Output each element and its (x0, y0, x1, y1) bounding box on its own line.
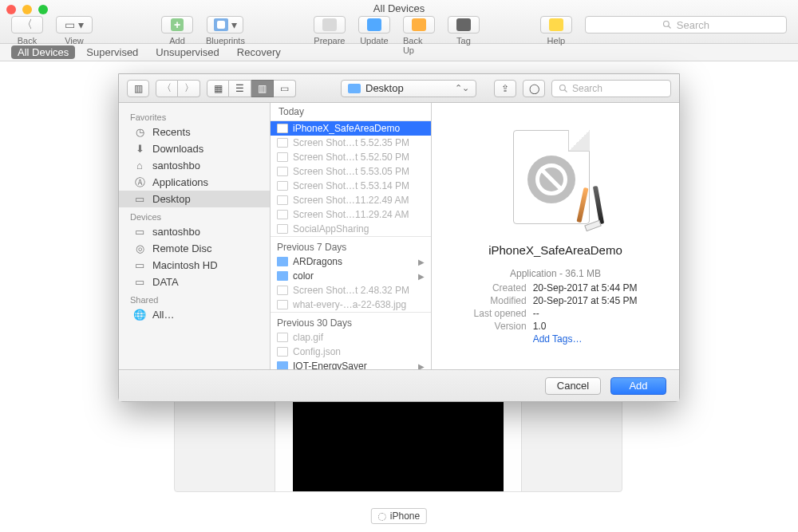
img-icon (277, 138, 288, 148)
toggle-sidebar-button[interactable]: ▥ (127, 80, 149, 97)
devices-header: Devices (119, 207, 270, 223)
view-columns-button[interactable]: ▥ (251, 80, 274, 97)
blueprints-button[interactable]: ▾ (207, 16, 243, 33)
nav-forward-button[interactable]: 〉 (178, 80, 200, 97)
view-gallery-button[interactable]: ▭ (274, 80, 296, 97)
sheet-sidebar: Favorites ◷Recents ⬇Downloads ⌂santoshbo… (119, 103, 271, 369)
blueprints-label: Blueprints (206, 36, 245, 45)
view-icons-button[interactable]: ▦ (207, 80, 229, 97)
add-button[interactable]: + (161, 16, 193, 33)
preview-pane: iPhoneX_SafeAreaDemo Application - 36.1 … (432, 103, 679, 369)
hdd-icon: ▭ (133, 260, 146, 271)
sidebar-item-recents[interactable]: ◷Recents (119, 124, 270, 140)
file-row: Screen Shot…t 5.53.14 PM (271, 179, 431, 193)
prepare-label: Prepare (314, 36, 345, 45)
chevron-right-icon: ▶ (418, 258, 425, 266)
window-title: All Devices (0, 2, 798, 14)
share-button[interactable]: ⇪ (494, 80, 516, 97)
file-row: SocialAppSharing (271, 222, 431, 236)
sidebar-item-applications[interactable]: ⒶApplications (119, 174, 270, 191)
prepare-button[interactable] (314, 16, 346, 33)
back-label: Back (18, 36, 37, 45)
opened-value: -- (533, 308, 638, 319)
file-row[interactable]: IOT-EnergySaver▶ (271, 359, 431, 369)
location-name: Desktop (365, 82, 404, 94)
img-icon (277, 152, 288, 162)
file-row: Screen Shot…11.29.24 AM (271, 207, 431, 222)
doc-icon (277, 347, 288, 357)
home-icon: ⌂ (133, 160, 146, 171)
device-name-badge[interactable]: iPhone (371, 508, 427, 524)
file-row: Screen Shot…11.22.49 AM (271, 193, 431, 207)
file-row: Screen Shot…t 5.53.05 PM (271, 164, 431, 179)
help-button[interactable] (540, 16, 572, 33)
clock-icon: ◷ (133, 127, 146, 138)
chevron-right-icon: ▶ (418, 272, 425, 281)
sidebar-shared-all[interactable]: 🌐All… (119, 306, 270, 323)
nav-back-button[interactable]: 〈 (156, 80, 178, 97)
sidebar-device-data[interactable]: ▭DATA (119, 274, 270, 290)
view-button[interactable]: ▭ ▾ (56, 16, 93, 33)
column-group-header: Previous 30 Days (271, 312, 431, 330)
laptop-icon: ▭ (133, 227, 146, 238)
img-icon (277, 210, 288, 219)
folder-icon (277, 361, 288, 369)
img-icon (277, 300, 288, 309)
img-icon (277, 333, 288, 342)
file-row: Config.json (271, 345, 431, 359)
file-name: SocialAppSharing (293, 223, 369, 234)
preview-icon (504, 127, 607, 231)
folder-icon (277, 271, 288, 281)
file-row[interactable]: color▶ (271, 269, 431, 283)
file-name: color (293, 270, 314, 282)
sidebar-item-desktop[interactable]: ▭Desktop (119, 191, 270, 207)
location-popup[interactable]: Desktop ⌃⌄ (341, 80, 476, 97)
update-label: Update (360, 36, 388, 45)
back-button[interactable]: 〈 (11, 16, 43, 33)
preview-typesize: Application - 36.1 MB (474, 268, 638, 279)
sheet-search-placeholder: Search (572, 83, 602, 94)
img-icon (277, 195, 288, 205)
add-button[interactable]: Add (610, 377, 666, 395)
tag-button[interactable] (448, 16, 480, 33)
backup-button[interactable] (403, 16, 435, 33)
app-icon (277, 124, 288, 133)
file-name: Screen Shot…t 5.53.14 PM (293, 180, 409, 191)
search-icon (662, 20, 672, 30)
file-name: Screen Shot…t 5.52.35 PM (293, 137, 409, 148)
folder-icon (277, 257, 288, 266)
modified-label: Modified (474, 295, 527, 306)
img-icon (277, 286, 288, 295)
help-label: Help (547, 36, 566, 45)
sidebar-device-remote-disc[interactable]: ◎Remote Disc (119, 240, 270, 257)
disc-icon: ◎ (133, 243, 146, 254)
sidebar-device-laptop[interactable]: ▭santoshbo (119, 223, 270, 240)
add-tags-link[interactable]: Add Tags… (533, 333, 638, 345)
sidebar-device-macintosh-hd[interactable]: ▭Macintosh HD (119, 257, 270, 274)
sidebar-item-downloads[interactable]: ⬇Downloads (119, 140, 270, 157)
tags-button[interactable]: ◯ (523, 80, 545, 97)
sheet-search-field[interactable]: Search (551, 80, 671, 97)
file-row[interactable]: iPhoneX_SafeAreaDemo (271, 121, 431, 136)
cancel-button[interactable]: Cancel (545, 377, 601, 395)
file-name: Screen Shot…t 2.48.32 PM (293, 285, 409, 296)
column-group-header: Previous 7 Days (271, 236, 431, 254)
main-search-field[interactable]: Search (585, 16, 787, 33)
update-button[interactable] (358, 16, 390, 33)
view-list-button[interactable]: ☰ (229, 80, 251, 97)
file-row[interactable]: ARDragons▶ (271, 254, 431, 269)
file-name: clap.gif (293, 332, 323, 343)
app-icon (277, 224, 288, 234)
modified-value: 20-Sep-2017 at 5:45 PM (533, 295, 638, 306)
open-file-sheet: ▥ 〈 〉 ▦ ☰ ▥ ▭ Desktop ⌃⌄ ⇪ ◯ (118, 73, 680, 402)
search-icon (559, 84, 568, 93)
file-name: iPhoneX_SafeAreaDemo (293, 123, 400, 134)
shared-header: Shared (119, 290, 270, 306)
file-name: what-every-…a-22-638.jpg (293, 299, 406, 310)
chevron-right-icon: ▶ (418, 362, 425, 370)
hdd-icon: ▭ (133, 277, 146, 288)
favorites-header: Favorites (119, 108, 270, 124)
version-value: 1.0 (533, 321, 638, 332)
sidebar-item-home[interactable]: ⌂santoshbo (119, 157, 270, 174)
file-row: clap.gif (271, 330, 431, 345)
